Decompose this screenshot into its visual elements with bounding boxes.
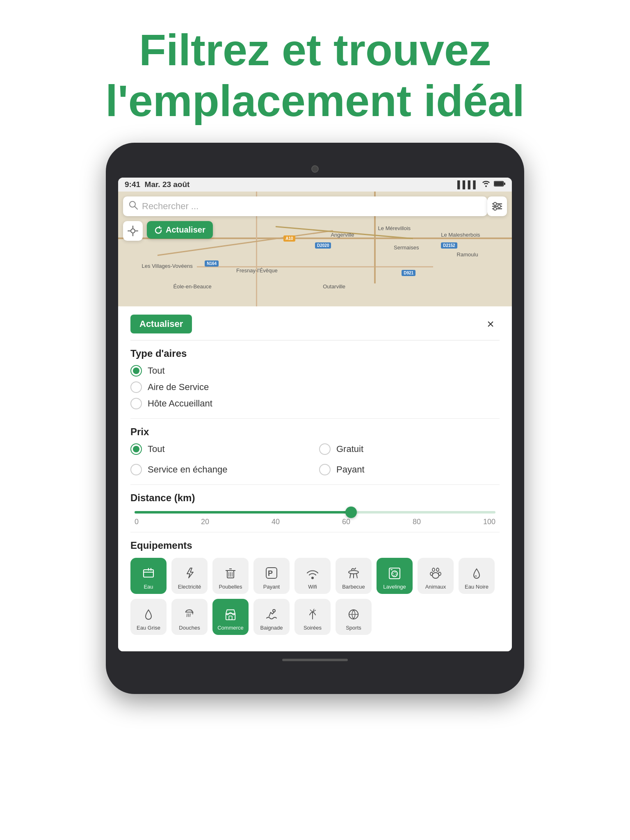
home-indicator [282,659,348,661]
panel-header: Actualiser × [130,306,500,340]
type-option-hote[interactable]: Hôte Accueillant [130,398,500,409]
type-option-tout[interactable]: Tout [130,365,500,377]
barbecue-icon [347,566,360,582]
payant-label: Payant [263,584,280,590]
type-label-hote: Hôte Accueillant [148,398,212,409]
filter-button[interactable] [487,196,507,216]
page-title: Filtrez et trouvez l'emplacement idéal [33,25,597,126]
equip-payant[interactable]: P Payant [253,558,290,594]
prix-label-gratuit: Gratuit [336,444,363,454]
wifi-equip-icon [306,568,319,582]
refresh-label: Actualiser [166,225,205,235]
equip-eau[interactable]: Eau [130,558,167,594]
prix-label-service-echange: Service en échange [148,464,227,475]
svg-point-11 [131,229,135,233]
soirees-label: Soirées [304,625,322,631]
prix-option-payant[interactable]: Payant [319,464,500,475]
panel-actualiser-button[interactable]: Actualiser [130,315,192,333]
type-label-service: Aire de Service [148,382,209,393]
equip-commerce[interactable]: Commerce [212,599,249,635]
tablet-screen: 9:41 Mar. 23 août ▌▌▌▌ [118,178,512,651]
svg-rect-1 [494,182,503,186]
poubelles-label: Poubelles [219,584,242,590]
distance-slider-container: 0 20 40 60 80 100 [135,511,495,526]
type-label-tout: Tout [148,365,165,376]
svg-text:P: P [268,569,273,578]
equip-wifi[interactable]: Wifi [294,558,331,594]
prix-option-tout[interactable]: Tout [130,443,311,455]
eau-noire-icon [470,567,483,582]
equip-eau-grise[interactable]: Eau Grise [130,599,167,635]
animaux-icon [429,566,442,582]
map-refresh-button[interactable]: Actualiser [147,221,213,239]
svg-point-38 [436,568,439,571]
electricite-icon [183,566,196,582]
slider-thumb[interactable] [345,507,357,518]
lavelinge-label: Lavelinge [383,584,406,590]
prix-section: Prix Tout Gratuit Service en échange [130,419,500,485]
status-indicators: ▌▌▌▌ [457,180,505,189]
equip-baignade[interactable]: Baignade [253,599,290,635]
radio-prix-tout [130,443,142,455]
lavelinge-icon [388,567,401,582]
electricite-label: Electricité [178,584,201,590]
battery-icon [494,180,505,189]
svg-point-34 [392,571,397,577]
baignade-label: Baignade [260,625,283,631]
slider-fill [135,511,351,514]
prix-label-payant: Payant [336,464,365,475]
equip-barbecue[interactable]: Barbecue [336,558,372,594]
svg-line-4 [135,207,138,210]
soirees-icon [306,608,319,623]
eau-label: Eau [144,584,153,590]
svg-line-51 [310,610,313,612]
svg-point-9 [498,205,501,208]
radio-gratuit [319,443,331,455]
eau-icon [142,566,155,582]
slider-label-20: 20 [201,518,209,526]
type-option-service[interactable]: Aire de Service [130,381,500,393]
equip-poubelles[interactable]: Poubelles [212,558,249,594]
prix-option-service-echange[interactable]: Service en échange [130,464,311,475]
svg-line-31 [356,574,357,578]
svg-rect-2 [504,183,505,185]
svg-point-10 [494,208,497,210]
eau-grise-label: Eau Grise [137,625,160,631]
type-section: Type d'aires Tout Aire de Service Hôte A… [130,340,500,419]
equip-lavelinge[interactable]: Lavelinge [377,558,413,594]
map-area: D898 N20 D721 A10 D2020 N164 D921 D2152 … [118,192,512,306]
map-search-bar[interactable]: Rechercher ... [123,196,487,216]
slider-label-80: 80 [413,518,421,526]
prix-label-tout: Tout [148,444,165,454]
svg-rect-48 [229,616,232,620]
slider-label-100: 100 [483,518,495,526]
prix-option-gratuit[interactable]: Gratuit [319,443,500,455]
distance-section: Distance (km) 0 20 40 60 80 100 [130,485,500,532]
sports-label: Sports [346,625,361,631]
tablet-camera [311,165,319,173]
svg-line-46 [190,614,190,617]
equip-soirees[interactable]: Soirées [294,599,331,635]
status-time: 9:41 Mar. 23 août [125,180,189,189]
slider-track [135,511,495,514]
equip-douches[interactable]: Douches [171,599,208,635]
wifi-label: Wifi [308,584,317,590]
panel-close-button[interactable]: × [482,315,500,333]
sports-icon [347,608,360,623]
equip-eau-noire[interactable]: Eau Noire [459,558,495,594]
douches-label: Douches [179,625,200,631]
slider-label-60: 60 [342,518,350,526]
equip-sports[interactable]: Sports [336,599,372,635]
radio-hote [130,398,142,409]
radio-tout [130,365,142,377]
location-button[interactable] [123,221,143,241]
equipements-grid: Eau Electricité [130,558,500,635]
equipements-section: Equipements Eau [130,532,500,639]
svg-rect-16 [144,570,153,577]
equip-electricite[interactable]: Electricité [171,558,208,594]
poubelles-icon [224,566,237,582]
equip-animaux[interactable]: Animaux [418,558,454,594]
commerce-icon [224,608,237,623]
distance-title: Distance (km) [130,492,500,504]
radio-service [130,381,142,393]
